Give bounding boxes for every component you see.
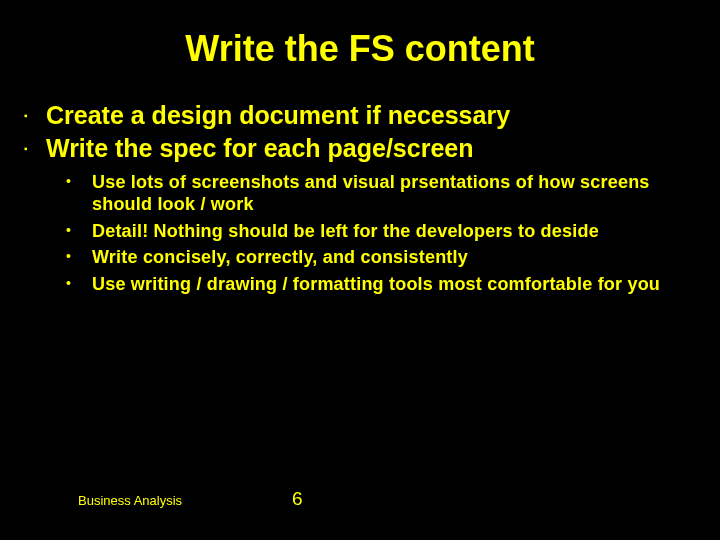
slide-footer: Business Analysis 6 xyxy=(78,488,303,510)
list-item-text: Use writing / drawing / formatting tools… xyxy=(92,273,660,296)
list-item-text: Write the spec for each page/screen xyxy=(46,133,473,164)
bullet-icon: • xyxy=(66,173,76,189)
bullet-icon: • xyxy=(66,248,76,264)
bullet-icon: ▪ xyxy=(24,110,34,121)
slide: Write the FS content ▪ Create a design d… xyxy=(0,0,720,540)
list-item-text: Use lots of screenshots and visual prsen… xyxy=(92,171,696,216)
sub-bullet-list: • Use lots of screenshots and visual prs… xyxy=(24,171,696,296)
bullet-icon: • xyxy=(66,275,76,291)
list-item: ▪ Create a design document if necessary xyxy=(24,100,696,131)
slide-title: Write the FS content xyxy=(24,28,696,70)
list-item: • Use lots of screenshots and visual prs… xyxy=(66,171,696,216)
page-number: 6 xyxy=(292,488,303,510)
footer-label: Business Analysis xyxy=(78,493,182,508)
main-bullet-list: ▪ Create a design document if necessary … xyxy=(24,100,696,165)
list-item: ▪ Write the spec for each page/screen xyxy=(24,133,696,164)
list-item-text: Create a design document if necessary xyxy=(46,100,510,131)
list-item-text: Detail! Nothing should be left for the d… xyxy=(92,220,599,243)
bullet-icon: • xyxy=(66,222,76,238)
bullet-icon: ▪ xyxy=(24,143,34,154)
list-item: • Detail! Nothing should be left for the… xyxy=(66,220,696,243)
list-item: • Write concisely, correctly, and consis… xyxy=(66,246,696,269)
list-item: • Use writing / drawing / formatting too… xyxy=(66,273,696,296)
list-item-text: Write concisely, correctly, and consiste… xyxy=(92,246,468,269)
